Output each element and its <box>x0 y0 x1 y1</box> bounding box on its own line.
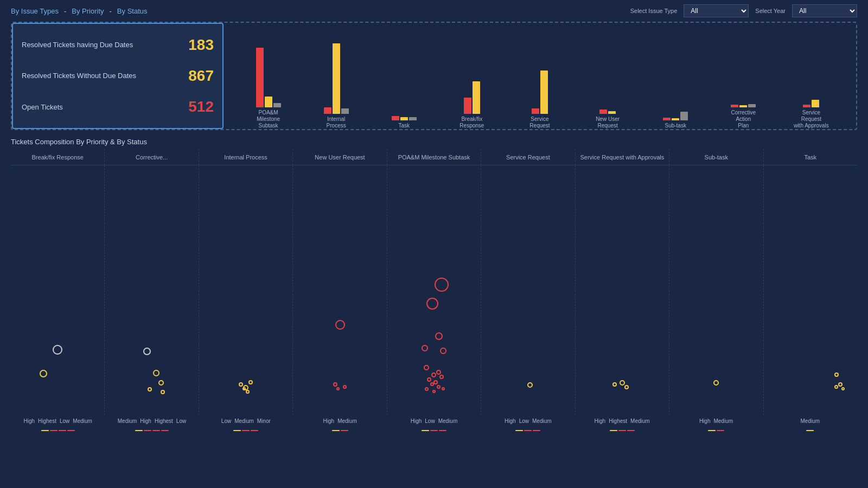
bubble-0 <box>53 345 62 355</box>
bottom-bar-group-1 <box>105 428 199 431</box>
x-axis-group-3: HighMedium <box>293 415 387 427</box>
scatter-chart-section: Tickets Composition By Priority & By Sta… <box>11 137 857 431</box>
bubble-34 <box>612 382 617 387</box>
bar-label-5: New User Request <box>589 116 627 129</box>
x-axis-label: High <box>595 418 606 424</box>
x-axis-label: High <box>323 418 335 424</box>
bottom-bar-item <box>50 430 58 431</box>
bar-label-7: Corrective ActionPlan <box>724 110 762 129</box>
x-axis-label: Highest <box>38 418 56 424</box>
bubble-12 <box>335 320 345 330</box>
separator-2: - <box>110 7 112 15</box>
bar-group-0: POA&M MilestoneSubtask <box>234 28 302 129</box>
x-axis-labels: HighHighestLowMediumMediumHighHighestLow… <box>11 415 857 427</box>
bottom-bar-group-3 <box>293 428 387 431</box>
x-axis-label: Low <box>176 418 186 424</box>
x-axis-label: High <box>23 418 35 424</box>
bottom-bar-item <box>59 430 66 431</box>
resolved-no-due-label: Resolved Tickets Without Due Dates <box>22 72 136 80</box>
bubble-24 <box>439 375 444 379</box>
bar-7-0 <box>731 105 738 107</box>
scatter-col-8 <box>764 165 857 415</box>
scatter-col-header-4: POA&M Milestone Subtask <box>387 149 481 165</box>
nav-by-priority[interactable]: By Priority <box>72 7 104 15</box>
nav-by-status[interactable]: By Status <box>117 7 148 15</box>
bottom-bar-item <box>618 430 626 431</box>
bar-group-1: Internal Process <box>302 28 370 129</box>
bottom-bar-item <box>524 430 532 431</box>
bubble-38 <box>838 382 843 387</box>
bubble-35 <box>624 385 629 389</box>
x-axis-group-5: HighLowMedium <box>481 415 575 427</box>
bottom-bar-item <box>717 430 724 431</box>
summary-card-open: Open Tickets 512 <box>22 96 214 118</box>
bar-6-0 <box>663 118 671 120</box>
summary-card-resolved-due: Resolved Tickets having Due Dates 183 <box>22 34 214 56</box>
scatter-container: Break/fix ResponseCorrective...Internal … <box>11 149 857 431</box>
x-axis-label: High <box>505 418 516 424</box>
scatter-col-header-2: Internal Process <box>199 149 293 165</box>
filter-year-select[interactable]: All <box>792 4 857 17</box>
x-axis-label: Low <box>60 418 69 424</box>
scatter-col-header-5: Service Request <box>481 149 575 165</box>
bottom-bar-item <box>251 430 258 431</box>
bars-1 <box>324 43 349 114</box>
bars-6 <box>663 50 688 120</box>
bottom-bar-group-8 <box>763 428 857 431</box>
scatter-header: Break/fix ResponseCorrective...Internal … <box>11 149 857 165</box>
bubble-19 <box>422 345 428 351</box>
scatter-col-header-7: Sub-task <box>669 149 763 165</box>
bubble-31 <box>432 390 436 393</box>
top-navigation: By Issue Types - By Priority - By Status… <box>0 0 868 22</box>
separator-1: - <box>64 7 66 15</box>
bottom-bar-item <box>439 430 446 431</box>
bottom-bar-item <box>422 430 429 431</box>
resolved-due-value: 183 <box>188 36 214 54</box>
bar-2-2 <box>409 117 417 120</box>
x-axis-label: Highest <box>155 418 173 424</box>
bubble-4 <box>158 380 164 386</box>
nav-by-issue-types[interactable]: By Issue Types <box>11 7 59 15</box>
bar-label-8: Service Requestwith Approvals <box>792 110 830 129</box>
bottom-bar-item <box>135 430 143 431</box>
x-axis-label: Low <box>221 418 231 424</box>
filter-issue-type-label: Select Issue Type <box>630 8 678 14</box>
bar-0-2 <box>273 103 281 107</box>
bar-group-6: Sub-task <box>642 28 710 129</box>
x-axis-label: Highest <box>609 418 627 424</box>
x-axis-group-0: HighHighestLowMedium <box>11 415 105 427</box>
bubble-28 <box>437 385 441 389</box>
bubble-30 <box>442 387 445 390</box>
bar-2-0 <box>392 116 399 120</box>
scatter-body <box>11 165 857 415</box>
bottom-bar-item <box>708 430 716 431</box>
bubble-10 <box>246 390 250 394</box>
bottom-bar-item <box>144 430 151 431</box>
x-axis-group-6: HighHighestMedium <box>575 415 669 427</box>
scatter-col-2 <box>199 165 293 415</box>
bar-0-1 <box>265 97 272 107</box>
scatter-col-header-8: Task <box>764 149 857 165</box>
scatter-col-6 <box>576 165 669 415</box>
x-axis-group-8: Medium <box>763 415 857 427</box>
bubble-29 <box>425 387 429 391</box>
bar-label-2: Task <box>398 123 410 129</box>
bottom-bar-item <box>341 430 348 431</box>
bar-7-1 <box>739 105 747 107</box>
x-axis-label: Medium <box>438 418 458 424</box>
scatter-col-5 <box>481 165 575 415</box>
bar-label-6: Sub-task <box>665 123 686 129</box>
bubble-3 <box>153 370 159 376</box>
x-axis-label: Minor <box>257 418 271 424</box>
bar-1-2 <box>341 108 349 114</box>
bar-label-3: Break/fix Response <box>453 116 491 129</box>
bottom-bar-item <box>806 430 814 431</box>
bubble-6 <box>161 390 165 394</box>
x-axis-label: Medium <box>713 418 733 424</box>
summary-cards: Resolved Tickets having Due Dates 183 Re… <box>12 23 224 129</box>
bubble-21 <box>424 365 429 370</box>
bars-3 <box>464 43 480 114</box>
filter-issue-type-select[interactable]: All <box>684 4 749 17</box>
bar-group-8: Service Requestwith Approvals <box>777 28 845 129</box>
bar-group-4: Service Request <box>506 28 573 129</box>
